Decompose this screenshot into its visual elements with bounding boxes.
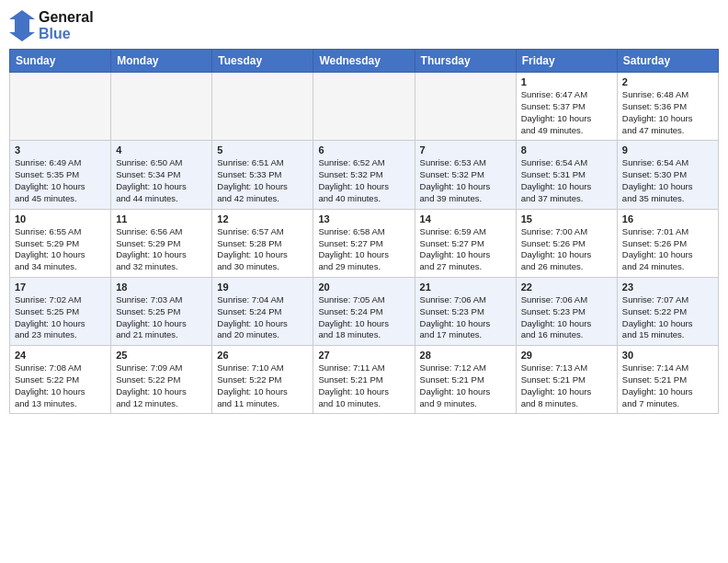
day-info: Sunrise: 7:12 AM Sunset: 5:21 PM Dayligh… bbox=[420, 362, 511, 409]
weekday-header-friday: Friday bbox=[516, 50, 617, 73]
day-info: Sunrise: 6:48 AM Sunset: 5:36 PM Dayligh… bbox=[622, 89, 713, 136]
day-info: Sunrise: 6:47 AM Sunset: 5:37 PM Dayligh… bbox=[521, 89, 612, 136]
day-info: Sunrise: 6:54 AM Sunset: 5:30 PM Dayligh… bbox=[622, 157, 713, 204]
day-number: 1 bbox=[521, 76, 612, 87]
calendar-cell: 29Sunrise: 7:13 AM Sunset: 5:21 PM Dayli… bbox=[516, 346, 617, 414]
calendar-cell: 24Sunrise: 7:08 AM Sunset: 5:22 PM Dayli… bbox=[10, 346, 111, 414]
calendar-cell: 18Sunrise: 7:03 AM Sunset: 5:25 PM Dayli… bbox=[111, 277, 212, 345]
calendar-week-3: 10Sunrise: 6:55 AM Sunset: 5:29 PM Dayli… bbox=[10, 209, 719, 277]
day-info: Sunrise: 6:55 AM Sunset: 5:29 PM Dayligh… bbox=[15, 226, 106, 273]
weekday-header-sunday: Sunday bbox=[10, 50, 111, 73]
day-number: 12 bbox=[217, 213, 308, 224]
day-number: 22 bbox=[521, 282, 612, 293]
day-info: Sunrise: 7:02 AM Sunset: 5:25 PM Dayligh… bbox=[15, 294, 106, 341]
logo: General Blue bbox=[9, 9, 94, 41]
calendar-cell: 12Sunrise: 6:57 AM Sunset: 5:28 PM Dayli… bbox=[212, 209, 313, 277]
day-info: Sunrise: 7:00 AM Sunset: 5:26 PM Dayligh… bbox=[521, 226, 612, 273]
calendar-table: SundayMondayTuesdayWednesdayThursdayFrid… bbox=[9, 49, 719, 414]
calendar-week-1: 1Sunrise: 6:47 AM Sunset: 5:37 PM Daylig… bbox=[10, 73, 719, 141]
calendar-cell: 1Sunrise: 6:47 AM Sunset: 5:37 PM Daylig… bbox=[516, 73, 617, 141]
weekday-header-saturday: Saturday bbox=[617, 50, 718, 73]
calendar-cell: 7Sunrise: 6:53 AM Sunset: 5:32 PM Daylig… bbox=[415, 141, 516, 209]
day-info: Sunrise: 7:05 AM Sunset: 5:24 PM Dayligh… bbox=[318, 294, 409, 341]
day-number: 15 bbox=[521, 213, 612, 224]
day-number: 7 bbox=[420, 144, 511, 155]
weekday-header-thursday: Thursday bbox=[415, 50, 516, 73]
day-number: 11 bbox=[116, 213, 207, 224]
calendar-cell: 4Sunrise: 6:50 AM Sunset: 5:34 PM Daylig… bbox=[111, 141, 212, 209]
calendar-cell: 16Sunrise: 7:01 AM Sunset: 5:26 PM Dayli… bbox=[617, 209, 718, 277]
calendar-cell: 10Sunrise: 6:55 AM Sunset: 5:29 PM Dayli… bbox=[10, 209, 111, 277]
day-number: 16 bbox=[622, 213, 713, 224]
calendar-cell: 13Sunrise: 6:58 AM Sunset: 5:27 PM Dayli… bbox=[313, 209, 415, 277]
calendar-week-5: 24Sunrise: 7:08 AM Sunset: 5:22 PM Dayli… bbox=[10, 346, 719, 414]
day-info: Sunrise: 7:04 AM Sunset: 5:24 PM Dayligh… bbox=[217, 294, 308, 341]
day-number: 13 bbox=[318, 213, 409, 224]
day-info: Sunrise: 6:51 AM Sunset: 5:33 PM Dayligh… bbox=[217, 157, 308, 204]
logo-text: General Blue bbox=[39, 9, 94, 41]
day-info: Sunrise: 7:10 AM Sunset: 5:22 PM Dayligh… bbox=[217, 362, 308, 409]
day-info: Sunrise: 7:01 AM Sunset: 5:26 PM Dayligh… bbox=[622, 226, 713, 273]
calendar-cell: 8Sunrise: 6:54 AM Sunset: 5:31 PM Daylig… bbox=[516, 141, 617, 209]
day-number: 10 bbox=[15, 213, 106, 224]
page-header: General Blue bbox=[9, 9, 719, 41]
calendar-cell: 3Sunrise: 6:49 AM Sunset: 5:35 PM Daylig… bbox=[10, 141, 111, 209]
day-info: Sunrise: 7:06 AM Sunset: 5:23 PM Dayligh… bbox=[420, 294, 511, 341]
calendar-cell: 15Sunrise: 7:00 AM Sunset: 5:26 PM Dayli… bbox=[516, 209, 617, 277]
calendar-cell: 2Sunrise: 6:48 AM Sunset: 5:36 PM Daylig… bbox=[617, 73, 718, 141]
calendar-cell: 26Sunrise: 7:10 AM Sunset: 5:22 PM Dayli… bbox=[212, 346, 313, 414]
calendar-cell: 9Sunrise: 6:54 AM Sunset: 5:30 PM Daylig… bbox=[617, 141, 718, 209]
day-info: Sunrise: 6:57 AM Sunset: 5:28 PM Dayligh… bbox=[217, 226, 308, 273]
calendar-cell: 21Sunrise: 7:06 AM Sunset: 5:23 PM Dayli… bbox=[415, 277, 516, 345]
calendar-cell: 17Sunrise: 7:02 AM Sunset: 5:25 PM Dayli… bbox=[10, 277, 111, 345]
day-number: 24 bbox=[15, 350, 106, 361]
day-number: 21 bbox=[420, 282, 511, 293]
day-info: Sunrise: 7:14 AM Sunset: 5:21 PM Dayligh… bbox=[622, 362, 713, 409]
day-number: 6 bbox=[318, 144, 409, 155]
day-info: Sunrise: 6:50 AM Sunset: 5:34 PM Dayligh… bbox=[116, 157, 207, 204]
day-info: Sunrise: 7:13 AM Sunset: 5:21 PM Dayligh… bbox=[521, 362, 612, 409]
weekday-header-wednesday: Wednesday bbox=[313, 50, 415, 73]
logo-general-text: General bbox=[39, 9, 94, 26]
day-number: 28 bbox=[420, 350, 511, 361]
day-number: 30 bbox=[622, 350, 713, 361]
day-info: Sunrise: 7:08 AM Sunset: 5:22 PM Dayligh… bbox=[15, 362, 106, 409]
day-info: Sunrise: 6:52 AM Sunset: 5:32 PM Dayligh… bbox=[318, 157, 409, 204]
day-info: Sunrise: 7:07 AM Sunset: 5:22 PM Dayligh… bbox=[622, 294, 713, 341]
day-number: 19 bbox=[217, 282, 308, 293]
day-info: Sunrise: 6:53 AM Sunset: 5:32 PM Dayligh… bbox=[420, 157, 511, 204]
day-number: 23 bbox=[622, 282, 713, 293]
day-number: 27 bbox=[318, 350, 409, 361]
day-info: Sunrise: 7:06 AM Sunset: 5:23 PM Dayligh… bbox=[521, 294, 612, 341]
day-number: 8 bbox=[521, 144, 612, 155]
weekday-header-tuesday: Tuesday bbox=[212, 50, 313, 73]
day-info: Sunrise: 6:49 AM Sunset: 5:35 PM Dayligh… bbox=[15, 157, 106, 204]
day-number: 29 bbox=[521, 350, 612, 361]
calendar-cell: 27Sunrise: 7:11 AM Sunset: 5:21 PM Dayli… bbox=[313, 346, 415, 414]
day-number: 14 bbox=[420, 213, 511, 224]
calendar-cell: 23Sunrise: 7:07 AM Sunset: 5:22 PM Dayli… bbox=[617, 277, 718, 345]
calendar-cell: 30Sunrise: 7:14 AM Sunset: 5:21 PM Dayli… bbox=[617, 346, 718, 414]
day-number: 25 bbox=[116, 350, 207, 361]
logo-blue-text: Blue bbox=[39, 26, 94, 42]
calendar-cell bbox=[415, 73, 516, 141]
day-info: Sunrise: 6:56 AM Sunset: 5:29 PM Dayligh… bbox=[116, 226, 207, 273]
calendar-cell bbox=[313, 73, 415, 141]
day-number: 17 bbox=[15, 282, 106, 293]
calendar-week-4: 17Sunrise: 7:02 AM Sunset: 5:25 PM Dayli… bbox=[10, 277, 719, 345]
day-info: Sunrise: 7:09 AM Sunset: 5:22 PM Dayligh… bbox=[116, 362, 207, 409]
day-info: Sunrise: 7:03 AM Sunset: 5:25 PM Dayligh… bbox=[116, 294, 207, 341]
day-number: 26 bbox=[217, 350, 308, 361]
calendar-cell: 19Sunrise: 7:04 AM Sunset: 5:24 PM Dayli… bbox=[212, 277, 313, 345]
calendar-cell: 14Sunrise: 6:59 AM Sunset: 5:27 PM Dayli… bbox=[415, 209, 516, 277]
day-info: Sunrise: 6:54 AM Sunset: 5:31 PM Dayligh… bbox=[521, 157, 612, 204]
logo-container: General Blue bbox=[9, 9, 94, 41]
calendar-cell: 6Sunrise: 6:52 AM Sunset: 5:32 PM Daylig… bbox=[313, 141, 415, 209]
calendar-cell bbox=[212, 73, 313, 141]
calendar-cell bbox=[111, 73, 212, 141]
day-number: 9 bbox=[622, 144, 713, 155]
svg-marker-0 bbox=[9, 10, 35, 41]
day-number: 2 bbox=[622, 76, 713, 87]
calendar-cell bbox=[10, 73, 111, 141]
day-number: 18 bbox=[116, 282, 207, 293]
